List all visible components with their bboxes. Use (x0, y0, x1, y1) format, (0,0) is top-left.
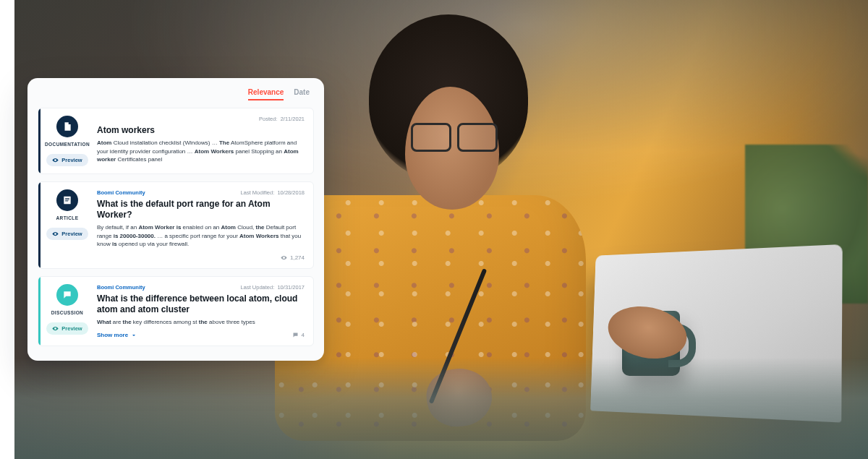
svg-rect-0 (66, 126, 69, 126)
sort-tabs: Relevance Date (38, 88, 314, 108)
result-type-label: DOCUMENTATION (45, 142, 90, 147)
date-label: Last Modified: (241, 189, 275, 196)
glasses-decoration (411, 123, 498, 147)
result-snippet: What are the key differences among st th… (97, 318, 305, 327)
date-value: 2/11/2021 (281, 116, 305, 122)
result-title[interactable]: What is the default port range for an At… (97, 199, 305, 220)
result-footer: 1,274 (97, 254, 305, 261)
result-item[interactable]: DISCUSSION Preview Boomi Community Last … (38, 276, 314, 347)
result-body: Boomi Community Last Updated: 10/31/2017… (94, 277, 313, 346)
discussion-icon (56, 284, 78, 306)
result-item[interactable]: DOCUMENTATION Preview Posted: 2/11/2021 … (38, 108, 314, 174)
article-icon (56, 189, 78, 211)
result-meta: Boomi Community Last Modified: 10/28/201… (97, 189, 305, 196)
views-stat: 1,274 (281, 254, 305, 261)
date-label: Last Updated: (241, 284, 275, 291)
svg-rect-5 (65, 200, 69, 200)
result-type-label: DISCUSSION (51, 310, 83, 315)
svg-rect-4 (65, 198, 69, 199)
svg-rect-6 (65, 201, 68, 202)
search-results-card: Relevance Date DOCUMENTATION Preview Pos… (27, 78, 324, 361)
result-meta: Boomi Community Last Updated: 10/31/2017 (97, 284, 305, 291)
result-title[interactable]: What is the difference between local ato… (97, 293, 305, 315)
result-source[interactable]: Boomi Community (97, 284, 145, 291)
replies-stat: 4 (292, 332, 305, 338)
sort-tab-relevance[interactable]: Relevance (248, 88, 284, 100)
result-side: ARTICLE Preview (41, 182, 94, 268)
eye-icon (52, 231, 59, 237)
preview-label: Preview (61, 325, 82, 332)
preview-button[interactable]: Preview (46, 322, 88, 335)
svg-rect-1 (66, 127, 69, 128)
show-more-button[interactable]: Show more (97, 332, 137, 338)
result-snippet: By default, if an Atom Worker is enabled… (97, 223, 305, 249)
result-side: DOCUMENTATION Preview (41, 108, 94, 173)
person-hand-left (423, 364, 495, 431)
date-label: Posted: (259, 116, 277, 122)
result-title[interactable]: Atom workers (97, 125, 305, 136)
result-body: Boomi Community Last Modified: 10/28/201… (94, 182, 313, 268)
date-value: 10/31/2017 (277, 284, 305, 291)
svg-rect-2 (66, 129, 68, 129)
result-footer: Show more 4 (97, 332, 305, 338)
date-value: 10/28/2018 (277, 189, 305, 196)
result-side: DISCUSSION Preview (41, 277, 94, 346)
show-more-label: Show more (97, 332, 128, 338)
result-body: Posted: 2/11/2021 Atom workers Atom Clou… (94, 108, 313, 173)
result-item[interactable]: ARTICLE Preview Boomi Community Last Mod… (38, 181, 314, 269)
eye-icon (281, 254, 287, 261)
eye-icon (52, 325, 59, 332)
result-meta: Posted: 2/11/2021 (97, 116, 305, 122)
preview-label: Preview (61, 231, 82, 237)
result-source[interactable]: Boomi Community (97, 189, 145, 196)
result-type-label: ARTICLE (56, 215, 79, 220)
chevron-down-icon (131, 333, 137, 338)
preview-button[interactable]: Preview (46, 154, 88, 166)
result-snippet: Atom Cloud installation checklist (Windo… (97, 139, 305, 164)
documentation-icon (56, 116, 78, 137)
sort-tab-date[interactable]: Date (294, 88, 310, 100)
views-count: 1,274 (290, 254, 305, 261)
preview-label: Preview (61, 157, 82, 163)
svg-rect-3 (64, 197, 70, 205)
preview-button[interactable]: Preview (46, 228, 88, 240)
comment-icon (292, 332, 299, 338)
replies-count: 4 (302, 332, 305, 338)
eye-icon (52, 157, 59, 163)
